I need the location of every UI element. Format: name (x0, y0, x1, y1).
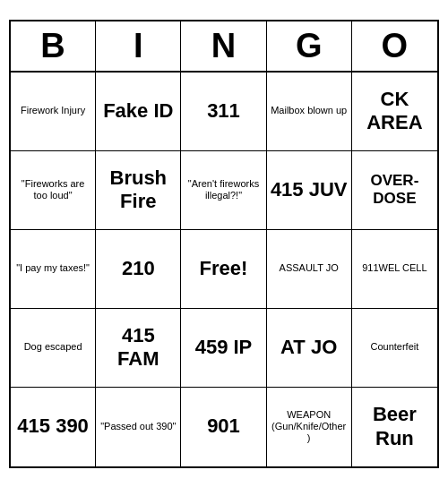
bingo-cell-9: OVER-DOSE (352, 151, 437, 230)
bingo-card: BINGO Firework InjuryFake ID311Mailbox b… (9, 20, 439, 468)
bingo-cell-12: Free! (181, 230, 266, 309)
bingo-cell-19: Counterfeit (352, 309, 437, 388)
bingo-cell-22: 901 (181, 388, 266, 466)
bingo-cell-20: 415 390 (11, 388, 96, 466)
bingo-cell-5: "Fireworks are too loud" (11, 151, 96, 230)
bingo-cell-3: Mailbox blown up (267, 73, 352, 151)
bingo-cell-14: 911WEL CELL (352, 230, 437, 309)
bingo-cell-0: Firework Injury (11, 73, 96, 151)
bingo-cell-24: Beer Run (352, 388, 437, 466)
bingo-cell-13: ASSAULT JO (267, 230, 352, 309)
bingo-cell-10: "I pay my taxes!" (11, 230, 96, 309)
bingo-cell-21: "Passed out 390" (96, 388, 181, 466)
header-letter-I: I (96, 21, 181, 71)
bingo-cell-7: "Aren't fireworks illegal?!" (181, 151, 266, 230)
bingo-cell-6: Brush Fire (96, 151, 181, 230)
header-letter-B: B (11, 21, 96, 71)
bingo-cell-17: 459 IP (181, 309, 266, 388)
bingo-cell-16: 415 FAM (96, 309, 181, 388)
bingo-cell-15: Dog escaped (11, 309, 96, 388)
bingo-cell-11: 210 (96, 230, 181, 309)
bingo-cell-18: AT JO (267, 309, 352, 388)
header-letter-G: G (267, 21, 352, 71)
bingo-cell-8: 415 JUV (267, 151, 352, 230)
header-letter-N: N (181, 21, 266, 71)
bingo-cell-4: CK AREA (352, 73, 437, 151)
header-letter-O: O (352, 21, 437, 71)
bingo-header: BINGO (11, 21, 437, 73)
bingo-cell-23: WEAPON (Gun/Knife/Other) (267, 388, 352, 466)
bingo-cell-2: 311 (181, 73, 266, 151)
bingo-cell-1: Fake ID (96, 73, 181, 151)
bingo-grid: Firework InjuryFake ID311Mailbox blown u… (11, 73, 437, 466)
